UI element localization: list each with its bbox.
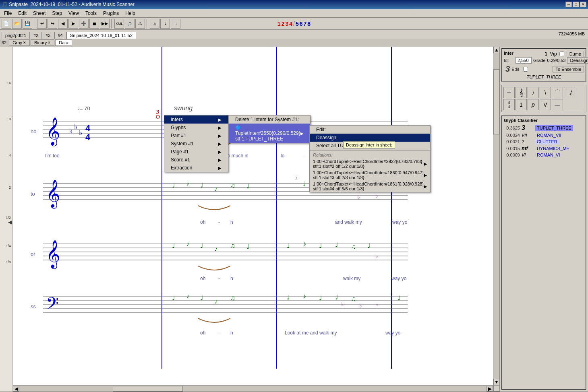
note-button[interactable]: ♩: [160, 19, 170, 29]
tab-3[interactable]: #3: [42, 32, 54, 39]
menu-help[interactable]: Help: [122, 10, 139, 17]
glyph-name-2[interactable]: CLUTTER: [535, 139, 559, 144]
v-scroll-track[interactable]: [493, 53, 499, 379]
menu-sheet[interactable]: Sheet: [30, 10, 49, 17]
v-scroll-down[interactable]: ▼: [493, 379, 500, 385]
tab-png2pdf1[interactable]: png2pdf#1: [2, 32, 30, 39]
ctx-glyphs[interactable]: Glyphs ▶: [164, 124, 228, 132]
new-button[interactable]: 📄: [2, 19, 11, 29]
v-scroll-up[interactable]: ▲: [493, 47, 500, 53]
h-scroll-right[interactable]: ▶: [487, 386, 493, 392]
midi-button[interactable]: 🎵: [125, 19, 135, 29]
ctx-delete-inters[interactable]: Delete 1 inters for System #1:: [229, 116, 310, 124]
save-button[interactable]: 💾: [23, 19, 32, 29]
title-bar-controls: ─ □ ✕: [565, 2, 586, 7]
add-button[interactable]: ➕: [79, 19, 89, 29]
inter-panel: Inter 1 Vip Dump Id: 2,550 Grade 0.29/0.…: [501, 48, 586, 82]
h-scroll-left[interactable]: ◀: [13, 386, 19, 392]
sym-v[interactable]: V: [540, 99, 551, 110]
inter-id-value: 2,550: [516, 57, 532, 64]
svg-text:♩: ♩: [303, 180, 306, 187]
sub-tab-gray[interactable]: Gray ✕: [9, 39, 30, 46]
relations-header: Relations:: [310, 152, 430, 158]
collapse-arrow[interactable]: ◀: [8, 219, 12, 225]
menu-tools[interactable]: Tools: [82, 10, 100, 17]
run-button[interactable]: ▶▶: [100, 19, 110, 29]
ctx-deassign[interactable]: Deassign: [310, 134, 430, 142]
ctx-page1[interactable]: Page #1 ▶: [164, 148, 228, 156]
inter-edit-checkbox[interactable]: [523, 67, 528, 72]
stop-button[interactable]: ⏹: [89, 19, 99, 29]
sym-1[interactable]: 1: [516, 99, 527, 110]
undo-button[interactable]: ↩: [37, 19, 47, 29]
inter-panel-header: Inter 1 Vip Dump: [504, 51, 584, 57]
h-scroll-track[interactable]: [19, 386, 487, 392]
binary-close[interactable]: ✕: [48, 41, 51, 45]
sym-semiquaver[interactable]: 𝅘𝅥𝅮: [564, 87, 575, 98]
glyph-name-3[interactable]: DYNAMICS_MF: [535, 146, 571, 151]
svg-text:♭: ♭: [359, 302, 362, 309]
svg-text:oh: oh: [200, 330, 205, 336]
ctx-part1[interactable]: Part #1 ▶: [164, 132, 228, 140]
menu-file[interactable]: File: [1, 10, 15, 17]
redo-button[interactable]: ↪: [48, 19, 57, 29]
minimize-button[interactable]: ─: [565, 2, 572, 7]
music-button[interactable]: ♫: [150, 19, 159, 29]
glyph-name-1[interactable]: ROMAN_VII: [535, 132, 563, 138]
sym-minus[interactable]: ─: [503, 87, 515, 98]
ctx-score1[interactable]: Score #1 ▶: [164, 156, 228, 164]
sym-dash[interactable]: —: [552, 99, 563, 110]
tab-4[interactable]: #4: [54, 32, 66, 39]
close-button[interactable]: ✕: [580, 2, 586, 7]
menu-plugins[interactable]: Plugins: [100, 10, 122, 17]
sym-eighth[interactable]: ♪: [528, 87, 539, 98]
menu-step[interactable]: Step: [49, 10, 65, 17]
svg-text:way yo: way yo: [391, 276, 407, 281]
sym-flag[interactable]: \: [540, 87, 551, 98]
relation-2[interactable]: 1.00~ChordTuplet<~HeadChordInter#1860{0.…: [310, 169, 430, 181]
v-scrollbar[interactable]: ▲ ▼: [493, 47, 499, 392]
glyph-name-4[interactable]: ROMAN_VI: [535, 152, 561, 158]
open-button[interactable]: 📂: [12, 19, 22, 29]
menu-edit[interactable]: Edit: [15, 10, 30, 17]
warn-button[interactable]: ⚠: [135, 19, 145, 29]
deassign-button[interactable]: Deassign: [567, 57, 588, 64]
relation-3[interactable]: 1.00~ChordTuplet<~HeadChordInter#1861{0.…: [310, 181, 430, 192]
glyph-score-0: 0.3625: [504, 126, 520, 130]
tab-snipaste[interactable]: Snipaste_2024-10-19_01-11-52: [66, 32, 136, 39]
back-button[interactable]: ◀: [58, 19, 68, 29]
sub-tab-data[interactable]: Data: [55, 39, 72, 46]
tab-2[interactable]: #2: [30, 32, 42, 39]
forward-button[interactable]: ▶: [68, 19, 78, 29]
ctx-tuplet-item[interactable]: 🔷 TupletInter#2550{0.290/0.529} stf:1 TU…: [229, 124, 310, 143]
h-scrollbar[interactable]: ◀ ▶: [13, 385, 493, 392]
sym-p[interactable]: p: [528, 99, 539, 110]
maximize-button[interactable]: □: [573, 2, 579, 7]
ruler-2: 2: [9, 186, 11, 190]
ctx-extraction[interactable]: Extraction ▶: [164, 164, 228, 172]
sub-tab-binary[interactable]: Binary ✕: [31, 39, 54, 46]
arrow-button[interactable]: →: [171, 19, 180, 29]
sym-44[interactable]: 44: [503, 99, 515, 110]
dump-button[interactable]: Dump: [567, 51, 584, 57]
inter-vip-checkbox[interactable]: [559, 52, 564, 56]
score-area[interactable]: 𝄞 𝄞 𝄞 𝄢 ♭ ♭ ♭ 4 4 ♩= 70: [13, 47, 493, 385]
h-scroll-thumb[interactable]: [113, 386, 183, 392]
inter-number: 1: [545, 51, 548, 57]
v-scroll-thumb[interactable]: [493, 69, 499, 134]
ctx-edit[interactable]: Edit:: [310, 126, 430, 134]
xml-button[interactable]: XML: [114, 19, 124, 29]
svg-text:♩: ♩: [200, 295, 203, 301]
to-ensemble-button[interactable]: To Ensemble: [553, 66, 584, 72]
glyph-name-0[interactable]: TUPLET_THREE: [535, 125, 573, 131]
svg-text:♪: ♪: [186, 180, 189, 187]
relation-1[interactable]: 1.00~ChordTuplet<~RestChordInter#2922{0.…: [310, 158, 430, 169]
step-2: 2: [282, 21, 285, 27]
ctx-inters[interactable]: Inters ▶: [164, 116, 228, 124]
gray-close[interactable]: ✕: [23, 41, 26, 45]
ctx-system1[interactable]: System #1 ▶: [164, 140, 228, 148]
menu-view[interactable]: View: [65, 10, 82, 17]
svg-text:♩: ♩: [246, 243, 250, 250]
sym-treble[interactable]: 𝄞: [516, 87, 527, 98]
sym-curved[interactable]: ⌒: [552, 87, 563, 98]
